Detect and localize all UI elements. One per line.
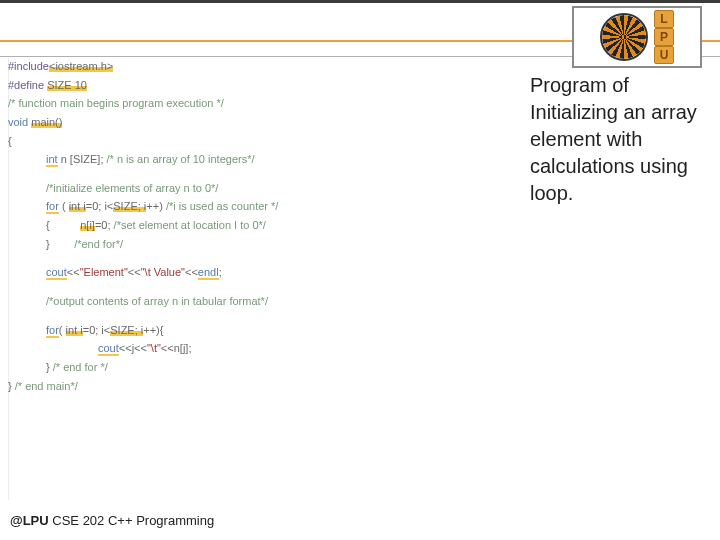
code-main-end: } xyxy=(8,380,15,392)
slide-title: Program of Initializing an array element… xyxy=(530,72,710,207)
code-brace-open: { xyxy=(8,135,508,148)
code-cout1-op3: << xyxy=(185,266,198,278)
code-main: main() xyxy=(31,116,62,128)
footer-rest: CSE 202 C++ Programming xyxy=(49,513,214,528)
code-comment-main: /* function main begins program executio… xyxy=(8,97,508,110)
code-for2-end-cmt: /* end for */ xyxy=(53,361,108,373)
code-block: #include<iostream.h> #define SIZE 10 /* … xyxy=(8,60,508,398)
code-cout1: cout xyxy=(46,266,67,280)
footer-bold: @LPU xyxy=(10,513,49,528)
code-for1-end-cmt: /*end for*/ xyxy=(74,238,123,250)
code-cout2: cout xyxy=(98,342,119,356)
code-for1-decl: int i xyxy=(69,200,86,212)
code-for2-cond: SIZE; i xyxy=(110,324,143,336)
code-cout1-op1: << xyxy=(67,266,80,278)
code-cout2-rest: <<n[j]; xyxy=(161,342,192,354)
code-include-header: <iostream.h> xyxy=(49,60,113,72)
code-decl: n [SIZE]; xyxy=(58,153,107,165)
code-for1-end-brace: } xyxy=(46,238,74,250)
code-include: #include xyxy=(8,60,49,72)
code-for1-body-brace: { xyxy=(46,219,80,231)
tile-p: P xyxy=(654,28,674,46)
code-init-cmt: /*initialize elements of array n to 0*/ xyxy=(8,182,508,195)
code-output-cmt: /*output contents of array n in tabular … xyxy=(8,295,508,308)
code-endl: endl xyxy=(198,266,219,280)
code-for1-cmt: /*i is used as counter */ xyxy=(166,200,279,212)
code-decl-cmt: /* n is an array of 10 integers*/ xyxy=(107,153,255,165)
code-int: int xyxy=(46,153,58,167)
code-assign: n[i] xyxy=(80,219,95,231)
code-void: void xyxy=(8,116,31,128)
code-cout1-s2: "\t Value" xyxy=(141,266,185,278)
code-for2-p1: ( xyxy=(59,324,66,336)
code-assign-cmt: /*set element at location I to 0*/ xyxy=(114,219,266,231)
code-for2-p3: ++){ xyxy=(143,324,163,336)
code-for2-decl: int i xyxy=(66,324,83,336)
lpu-tiles: L P U xyxy=(654,10,674,64)
code-assign-rest: =0; xyxy=(95,219,114,231)
code-main-end-cmt: /* end main*/ xyxy=(15,380,78,392)
sunburst-icon xyxy=(600,13,648,61)
code-define-val: SIZE 10 xyxy=(47,79,87,91)
code-for2-end: } xyxy=(46,361,53,373)
code-cout1-op2: << xyxy=(128,266,141,278)
code-for2-p2: =0; i< xyxy=(83,324,111,336)
code-cout1-s1: "Element" xyxy=(80,266,128,278)
code-for1-cond: SIZE; i xyxy=(113,200,146,212)
code-for2: for xyxy=(46,324,59,338)
code-for1-p2: =0; i< xyxy=(86,200,114,212)
code-define: #define xyxy=(8,79,47,91)
code-for1-p3: ++) xyxy=(146,200,166,212)
code-cout2-s1: "\t" xyxy=(147,342,161,354)
logo: L P U xyxy=(572,6,702,68)
tile-l: L xyxy=(654,10,674,28)
footer: @LPU CSE 202 C++ Programming xyxy=(10,513,214,528)
code-for1-p1: ( xyxy=(59,200,69,212)
code-cout1-semi: ; xyxy=(219,266,222,278)
code-for1: for xyxy=(46,200,59,214)
code-cout2-op1: <<j<< xyxy=(119,342,147,354)
tile-u: U xyxy=(654,46,674,64)
